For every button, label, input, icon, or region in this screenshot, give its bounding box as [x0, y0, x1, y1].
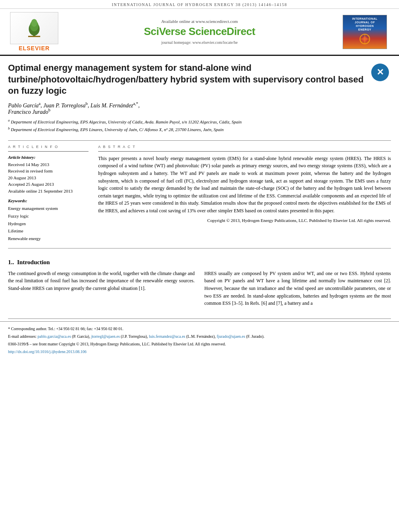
publisher-logo: ELSEVIER — [8, 12, 60, 51]
keyword-4: Lifetime — [8, 227, 88, 235]
section-divider-1 — [8, 140, 391, 141]
email-link-jurado[interactable]: fjurado@ujaen.es — [217, 334, 245, 339]
journal-header: International Journal of Hydrogen Energy… — [0, 0, 399, 9]
available-online-text: Available online at www.sciencedirect.co… — [64, 19, 335, 24]
abstract-text: This paper presents a novel hourly energ… — [98, 155, 391, 215]
keyword-2: Fuzzy logic — [8, 212, 88, 220]
abstract-section-label: A B S T R A C T — [98, 145, 391, 149]
email-link-fernandez[interactable]: luis.fernandez@uca.es — [149, 334, 185, 339]
doi-link[interactable]: http://dx.doi.org/10.1016/j.ijhydene.201… — [8, 349, 86, 354]
intro-col-right: HRES usually are composed by PV system a… — [204, 270, 391, 307]
email-note: E-mail addresses: pablo.garcia@uca.es (P… — [8, 333, 391, 340]
email-link-garcia[interactable]: pablo.garcia@uca.es — [37, 334, 71, 339]
history-item-2: Received in revised form — [8, 168, 88, 175]
abstract-column: A B S T R A C T This paper presents a no… — [98, 145, 391, 242]
footer-divider — [8, 318, 391, 319]
corresponding-author-note: * Corresponding author. Tel.: +34 956 02… — [8, 326, 391, 332]
section-divider-2 — [8, 248, 391, 249]
affiliation-a: a Department of Electrical Engineering, … — [8, 119, 391, 125]
svg-point-3 — [31, 19, 37, 27]
keyword-3: Hydrogen — [8, 220, 88, 228]
journal-homepage-text: journal homepage: www.elsevier.com/locat… — [64, 40, 335, 45]
intro-body: The continued growth of energy consumpti… — [8, 270, 391, 307]
keyword-1: Energy management system — [8, 205, 88, 212]
sciverse-title: SciVerse ScienceDirect — [64, 25, 335, 38]
keywords-label: Keywords: — [8, 198, 88, 203]
crossmark-icon: ✕ — [376, 67, 384, 78]
authors-list: Pablo Garcíaa, Juan P. Torreglosab, Luis… — [8, 103, 391, 115]
elsevier-tree-icon — [22, 18, 46, 38]
author-3: Luis M. Fernández — [90, 103, 133, 109]
author-1: Pablo García — [8, 103, 39, 109]
introduction-section: 1.. Introduction The continued growth of… — [0, 253, 399, 310]
history-item-5: Available online 21 September 2013 — [8, 188, 88, 195]
svg-rect-4 — [28, 36, 40, 37]
crossmark-logo: ✕ — [369, 62, 391, 82]
intro-title: 1.. Introduction — [8, 259, 391, 266]
history-item-4: Accepted 25 August 2013 — [8, 181, 88, 188]
copyright-text: Copyright © 2013, Hydrogen Energy Public… — [98, 218, 391, 223]
history-item-3: 20 August 2013 — [8, 175, 88, 181]
doi-note: http://dx.doi.org/10.1016/j.ijhydene.201… — [8, 349, 391, 355]
article-history-label: Article history: — [8, 155, 88, 160]
article-title: Optimal energy management system for sta… — [8, 62, 365, 97]
history-item-1: Received 14 May 2013 — [8, 161, 88, 168]
affiliations: a Department of Electrical Engineering, … — [8, 119, 391, 133]
footer: * Corresponding author. Tel.: +34 956 02… — [0, 321, 399, 360]
abstract-divider — [98, 151, 391, 152]
affiliation-b: b Department of Electrical Engineering, … — [8, 126, 391, 133]
email-link-torregl[interactable]: jtorregl@ujaen.es — [91, 334, 120, 339]
journal-cover-graphic — [355, 33, 375, 45]
article-info-abstract: A R T I C L E I N F O Article history: R… — [0, 145, 399, 242]
intro-col-left: The continued growth of energy consumpti… — [8, 270, 195, 307]
elsevier-wordmark: ELSEVIER — [19, 45, 49, 51]
issn-note: 0360-3199/$ – see front matter Copyright… — [8, 341, 391, 347]
banner: ELSEVIER Available online at www.science… — [0, 9, 399, 56]
journal-cover: InternationalJournal ofHYDROGENENERGY — [339, 15, 391, 49]
journal-cover-title: InternationalJournal ofHYDROGENENERGY — [352, 17, 377, 31]
article-section: Optimal energy management system for sta… — [0, 56, 399, 136]
sciencedirect-banner: Available online at www.sciencedirect.co… — [64, 19, 335, 45]
keyword-5: Renewable energy — [8, 235, 88, 242]
article-info-column: A R T I C L E I N F O Article history: R… — [8, 145, 88, 242]
article-info-divider — [8, 151, 88, 152]
author-4: Francisco Jurado — [8, 109, 48, 115]
article-info-label: A R T I C L E I N F O — [8, 145, 88, 149]
